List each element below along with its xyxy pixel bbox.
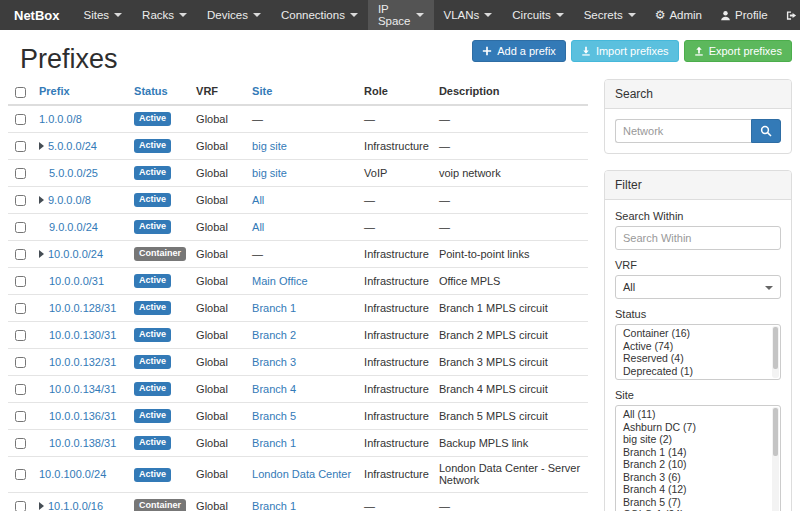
filter-option[interactable]: Container (16) bbox=[616, 327, 780, 340]
nav-item-secrets[interactable]: Secrets bbox=[574, 0, 646, 30]
row-checkbox[interactable] bbox=[15, 276, 26, 287]
col-header-site[interactable]: Site bbox=[247, 79, 359, 105]
site-link[interactable]: Branch 5 bbox=[252, 410, 296, 422]
filter-option[interactable]: Branch 1 (14) bbox=[616, 446, 780, 459]
row-checkbox[interactable] bbox=[15, 384, 26, 395]
nav-item-vlans[interactable]: VLANs bbox=[434, 0, 503, 30]
scrollbar[interactable] bbox=[772, 407, 779, 511]
filter-option[interactable]: Branch 5 (7) bbox=[616, 496, 780, 509]
prefix-link[interactable]: 10.1.0.0/16 bbox=[48, 500, 103, 511]
search-input[interactable] bbox=[615, 119, 751, 143]
col-header-status[interactable]: Status bbox=[129, 79, 191, 105]
prefix-row: 10.0.0.0/24ContainerGlobal—Infrastructur… bbox=[8, 240, 588, 267]
filter-option[interactable]: Branch 4 (12) bbox=[616, 483, 780, 496]
nav-item-log-out[interactable]: Log out bbox=[777, 0, 800, 30]
filter-option[interactable]: Reserved (4) bbox=[616, 352, 780, 365]
filter-option[interactable]: Deprecated (1) bbox=[616, 365, 780, 378]
role-cell: — bbox=[359, 492, 434, 511]
site-link[interactable]: Branch 1 bbox=[252, 500, 296, 511]
site-link[interactable]: Branch 1 bbox=[252, 302, 296, 314]
row-checkbox[interactable] bbox=[15, 469, 26, 480]
scrollbar-thumb[interactable] bbox=[773, 408, 778, 456]
export-prefixes-button[interactable]: Export prefixes bbox=[684, 40, 792, 62]
site-link[interactable]: Main Office bbox=[252, 275, 307, 287]
prefix-link[interactable]: 10.0.0.138/31 bbox=[49, 437, 116, 449]
nav-item-admin[interactable]: ⚙Admin bbox=[646, 0, 711, 30]
prefix-table: PrefixStatusVRFSiteRoleDescription 1.0.0… bbox=[8, 79, 588, 511]
brand[interactable]: NetBox bbox=[0, 0, 74, 30]
nav-item-label: VLANs bbox=[444, 9, 480, 21]
select-all-checkbox[interactable] bbox=[15, 87, 26, 98]
filter-option[interactable]: Ashburn DC (7) bbox=[616, 421, 780, 434]
col-header-role: Role bbox=[359, 79, 434, 105]
prefix-link[interactable]: 10.0.0.134/31 bbox=[49, 383, 116, 395]
row-checkbox[interactable] bbox=[15, 501, 26, 511]
prefix-link[interactable]: 9.0.0.0/8 bbox=[48, 194, 91, 206]
nav-item-circuits[interactable]: Circuits bbox=[502, 0, 573, 30]
filter-option[interactable]: Active (74) bbox=[616, 340, 780, 353]
site-link[interactable]: Branch 2 bbox=[252, 329, 296, 341]
prefix-link[interactable]: 10.0.0.130/31 bbox=[49, 329, 116, 341]
site-link[interactable]: Branch 1 bbox=[252, 437, 296, 449]
filter-input-search-within[interactable] bbox=[615, 226, 781, 250]
scrollbar-thumb[interactable] bbox=[773, 327, 778, 369]
filter-select-vrf[interactable]: All bbox=[615, 275, 781, 299]
nav-item-connections[interactable]: Connections bbox=[271, 0, 368, 30]
prefix-link[interactable]: 10.0.0.132/31 bbox=[49, 356, 116, 368]
site-link[interactable]: London Data Center bbox=[252, 468, 351, 480]
row-checkbox[interactable] bbox=[15, 249, 26, 260]
site-link[interactable]: Branch 4 bbox=[252, 383, 296, 395]
status-badge: Active bbox=[134, 436, 171, 450]
site-link[interactable]: Branch 3 bbox=[252, 356, 296, 368]
prefix-link[interactable]: 10.0.100.0/24 bbox=[39, 468, 106, 480]
row-checkbox-cell bbox=[8, 267, 34, 294]
row-checkbox[interactable] bbox=[15, 438, 26, 449]
site-link[interactable]: big site bbox=[252, 167, 287, 179]
nav-item-racks[interactable]: Racks bbox=[132, 0, 197, 30]
row-checkbox[interactable] bbox=[15, 357, 26, 368]
prefix-row: 10.1.0.0/16ContainerGlobalBranch 1—— bbox=[8, 492, 588, 511]
col-header-prefix[interactable]: Prefix bbox=[34, 79, 129, 105]
prefix-link[interactable]: 10.0.0.128/31 bbox=[49, 302, 116, 314]
row-checkbox[interactable] bbox=[15, 330, 26, 341]
status-cell: Active bbox=[129, 159, 191, 186]
export-icon bbox=[694, 46, 704, 56]
scrollbar[interactable] bbox=[772, 326, 779, 378]
site-link[interactable]: All bbox=[252, 194, 264, 206]
row-checkbox-cell bbox=[8, 294, 34, 321]
prefix-link[interactable]: 5.0.0.0/25 bbox=[49, 167, 98, 179]
row-checkbox[interactable] bbox=[15, 114, 26, 125]
search-button[interactable] bbox=[751, 119, 781, 143]
site-cell: Branch 2 bbox=[247, 321, 359, 348]
import-prefixes-button[interactable]: Import prefixes bbox=[571, 40, 679, 62]
filter-multiselect-site[interactable]: All (11)Ashburn DC (7)big site (2)Branch… bbox=[615, 405, 781, 511]
prefix-link[interactable]: 10.0.0.136/31 bbox=[49, 410, 116, 422]
nav-item-profile[interactable]: Profile bbox=[711, 0, 777, 30]
site-link[interactable]: big site bbox=[252, 140, 287, 152]
nav-item-devices[interactable]: Devices bbox=[197, 0, 271, 30]
filter-option[interactable]: big site (2) bbox=[616, 433, 780, 446]
row-checkbox[interactable] bbox=[15, 168, 26, 179]
prefix-row: 9.0.0.0/24ActiveGlobalAll—— bbox=[8, 213, 588, 240]
filter-multiselect-status[interactable]: Container (16)Active (74)Reserved (4)Dep… bbox=[615, 324, 781, 380]
prefix-link[interactable]: 10.0.0.0/31 bbox=[49, 275, 104, 287]
filter-option[interactable]: Branch 3 (6) bbox=[616, 471, 780, 484]
role-cell: Infrastructure bbox=[359, 321, 434, 348]
prefix-link[interactable]: 10.0.0.0/24 bbox=[48, 248, 103, 260]
row-checkbox[interactable] bbox=[15, 303, 26, 314]
row-checkbox[interactable] bbox=[15, 411, 26, 422]
row-checkbox[interactable] bbox=[15, 141, 26, 152]
nav-item-ip-space[interactable]: IP Space bbox=[368, 0, 434, 30]
row-checkbox[interactable] bbox=[15, 222, 26, 233]
prefix-row: 9.0.0.0/8ActiveGlobalAll—— bbox=[8, 186, 588, 213]
nav-item-sites[interactable]: Sites bbox=[74, 0, 133, 30]
filter-option[interactable]: All (11) bbox=[616, 408, 780, 421]
prefix-link[interactable]: 9.0.0.0/24 bbox=[49, 221, 98, 233]
filter-option[interactable]: Branch 2 (10) bbox=[616, 458, 780, 471]
row-checkbox[interactable] bbox=[15, 195, 26, 206]
site-link[interactable]: All bbox=[252, 221, 264, 233]
prefix-link[interactable]: 1.0.0.0/8 bbox=[39, 113, 82, 125]
add-a-prefix-button[interactable]: Add a prefix bbox=[472, 40, 566, 62]
status-cell: Active bbox=[129, 294, 191, 321]
prefix-link[interactable]: 5.0.0.0/24 bbox=[48, 140, 97, 152]
